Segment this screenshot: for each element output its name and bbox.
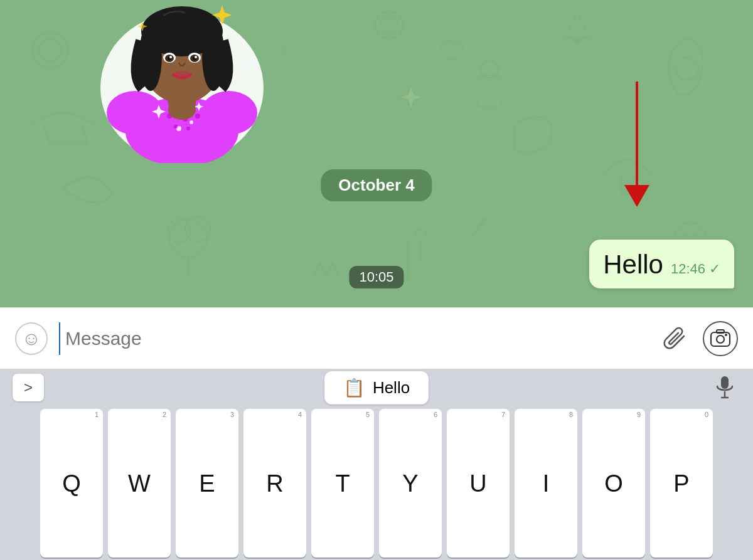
camera-icon [710,328,731,349]
key-Q[interactable]: 1 Q [40,409,103,557]
emoji-icon: ☺ [22,328,41,349]
date-divider: October 4 [321,169,432,201]
svg-rect-65 [717,330,724,333]
keyboard-area: > 📋 Hello 1 Q 2 W 3 [0,369,753,560]
key-R[interactable]: 4 R [243,409,306,557]
key-Y[interactable]: 6 Y [379,409,442,557]
svg-point-31 [195,114,200,119]
message-text: Hello [603,250,663,280]
svg-point-32 [174,125,178,129]
svg-point-21 [683,233,687,236]
svg-point-25 [107,91,163,135]
svg-point-59 [195,56,197,58]
key-E[interactable]: 3 E [176,409,238,557]
message-checkmark: ✓ [709,261,720,277]
svg-point-7 [574,38,580,44]
attach-button[interactable] [659,322,692,355]
emoji-button[interactable]: ☺ [15,322,48,355]
keyboard-rows: 1 Q 2 W 3 E 4 R 5 T 6 Y [0,406,753,560]
key-O[interactable]: 9 O [582,409,645,557]
clipboard-suggestion[interactable]: 📋 Hello [324,371,429,404]
message-time: 12:46 [671,261,705,277]
red-arrow-annotation [618,82,656,207]
sticker-timestamp: 10:05 [349,266,403,288]
key-P[interactable]: 0 P [650,409,713,557]
microphone-icon [715,375,735,400]
svg-marker-62 [624,185,649,207]
expand-icon: > [24,379,33,396]
key-I[interactable]: 8 I [515,409,577,557]
svg-point-33 [186,127,190,130]
suggestion-text: Hello [373,378,410,398]
key-W[interactable]: 2 W [108,409,171,557]
mic-button[interactable] [709,374,740,401]
clipboard-icon: 📋 [343,378,365,398]
svg-point-22 [693,233,697,236]
input-bar: ☺ [0,307,753,369]
key-row-qwerty: 1 Q 2 W 3 E 4 R 5 T 6 Y [4,409,749,557]
key-U[interactable]: 7 U [447,409,510,557]
svg-point-55 [169,56,172,58]
svg-point-28 [190,120,193,124]
camera-button[interactable] [703,321,738,356]
message-meta: 12:46 ✓ [671,261,720,280]
svg-point-66 [725,334,727,336]
expand-button[interactable]: > [13,374,44,401]
chat-area: 10:05 October 4 Hello 12:46 ✓ [0,0,753,307]
svg-point-26 [201,91,257,135]
svg-rect-67 [721,376,729,389]
sticker [69,0,295,163]
keyboard-suggestions: > 📋 Hello [0,369,753,406]
svg-point-64 [717,335,724,343]
svg-point-60 [173,71,191,80]
message-input[interactable] [59,322,648,355]
date-divider-text: October 4 [338,176,414,194]
key-T[interactable]: 5 T [311,409,374,557]
sticker-time-value: 10:05 [359,269,393,285]
message-bubble: Hello 12:46 ✓ [589,240,734,288]
sticker-svg [82,0,282,163]
paperclip-icon [662,325,688,352]
